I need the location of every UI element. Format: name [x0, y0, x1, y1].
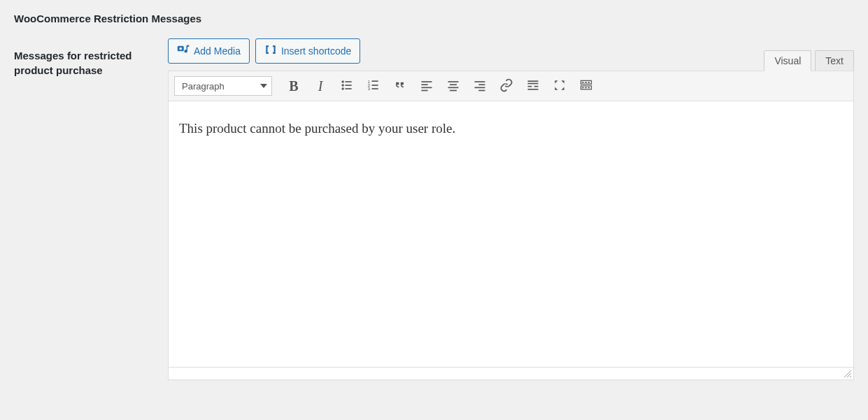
chevron-down-icon: [260, 84, 267, 88]
svg-rect-21: [478, 84, 485, 85]
svg-rect-14: [422, 87, 432, 88]
align-left-icon: [420, 78, 434, 94]
editor-box: Paragraph B I 123: [168, 71, 854, 380]
svg-rect-32: [588, 82, 590, 83]
svg-rect-22: [475, 87, 485, 88]
resize-handle[interactable]: [844, 370, 852, 378]
svg-rect-17: [450, 84, 457, 85]
format-select-label: Paragraph: [182, 81, 225, 92]
field-row: Messages for restricted product purchase…: [14, 38, 854, 380]
editor-content[interactable]: This product cannot be purchased by your…: [169, 101, 853, 367]
svg-rect-9: [372, 85, 378, 86]
svg-text:3: 3: [368, 86, 370, 90]
svg-rect-36: [588, 87, 590, 88]
svg-point-2: [342, 84, 344, 86]
svg-rect-27: [534, 86, 539, 87]
quote-icon: [393, 78, 407, 94]
read-more-icon: [526, 78, 540, 94]
italic-button[interactable]: I: [308, 75, 332, 96]
svg-rect-19: [450, 89, 457, 91]
fullscreen-icon: [553, 78, 567, 94]
fullscreen-button[interactable]: [548, 75, 571, 96]
editor-tabs: Visual Text: [764, 50, 854, 71]
add-media-label: Add Media: [194, 45, 241, 57]
svg-rect-23: [478, 89, 485, 91]
svg-rect-12: [422, 81, 432, 82]
svg-rect-30: [582, 82, 584, 83]
link-button[interactable]: [495, 75, 518, 96]
toolbar-toggle-button[interactable]: [574, 75, 598, 96]
brackets-icon: [264, 43, 277, 59]
bold-button[interactable]: B: [282, 75, 306, 96]
read-more-button[interactable]: [521, 75, 545, 96]
svg-point-0: [342, 80, 344, 82]
svg-rect-3: [346, 85, 352, 86]
numbered-list-button[interactable]: 123: [362, 75, 385, 96]
svg-rect-24: [528, 80, 539, 82]
svg-rect-13: [422, 84, 428, 85]
media-buttons: Add Media Insert shortcode: [168, 38, 360, 71]
align-center-button[interactable]: [441, 75, 465, 96]
camera-music-icon: [177, 43, 190, 59]
editor-toolbar: Paragraph B I 123: [169, 71, 853, 101]
svg-point-4: [342, 87, 344, 89]
align-center-icon: [446, 78, 460, 94]
bullet-list-icon: [340, 78, 354, 94]
svg-rect-7: [372, 80, 378, 82]
bold-icon: B: [289, 78, 298, 94]
align-right-icon: [473, 78, 487, 94]
svg-rect-25: [528, 82, 539, 84]
link-icon: [499, 78, 513, 94]
field-label: Messages for restricted product purchase: [14, 38, 168, 78]
editor-column: Add Media Insert shortcode Visual Text: [168, 38, 854, 380]
svg-rect-18: [448, 87, 459, 88]
kitchensink-icon: [579, 78, 593, 94]
italic-icon: I: [318, 78, 323, 94]
insert-shortcode-button[interactable]: Insert shortcode: [255, 38, 360, 64]
tab-text[interactable]: Text: [815, 50, 854, 71]
editor-top-bar: Add Media Insert shortcode Visual Text: [168, 38, 854, 71]
section-title: WooCommerce Restriction Messages: [14, 13, 854, 24]
svg-rect-1: [346, 81, 352, 82]
svg-rect-28: [528, 89, 539, 90]
align-left-button[interactable]: [415, 75, 439, 96]
svg-rect-16: [448, 81, 459, 82]
svg-rect-34: [582, 87, 584, 88]
svg-rect-20: [475, 81, 485, 82]
bullet-list-button[interactable]: [335, 75, 359, 96]
svg-rect-35: [585, 87, 587, 88]
svg-rect-26: [528, 86, 532, 87]
insert-shortcode-label: Insert shortcode: [281, 45, 351, 57]
tab-visual[interactable]: Visual: [764, 50, 811, 71]
add-media-button[interactable]: Add Media: [168, 38, 250, 64]
blockquote-button[interactable]: [388, 75, 412, 96]
editor-status-bar: [169, 367, 853, 379]
svg-rect-5: [346, 88, 352, 89]
svg-rect-15: [422, 89, 428, 91]
svg-rect-11: [372, 88, 378, 89]
svg-rect-31: [585, 82, 587, 83]
align-right-button[interactable]: [468, 75, 492, 96]
numbered-list-icon: 123: [367, 78, 380, 94]
format-select[interactable]: Paragraph: [174, 76, 272, 96]
